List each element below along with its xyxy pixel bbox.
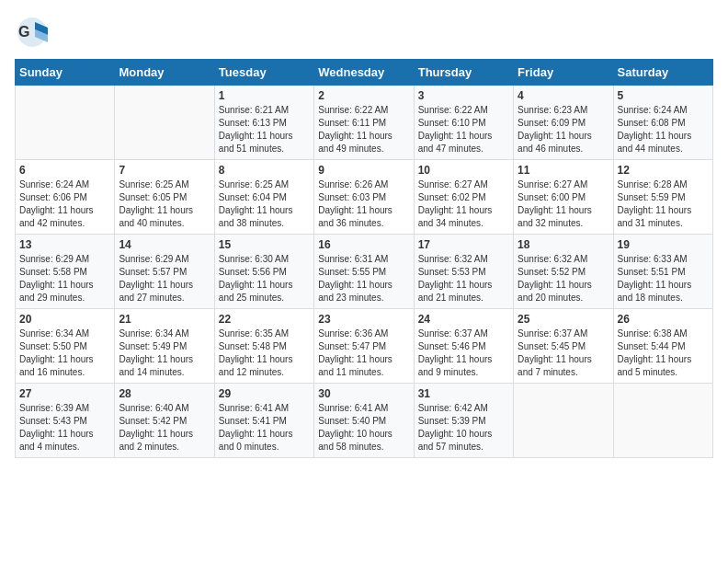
day-number: 1 xyxy=(219,89,310,102)
sunrise-label: Sunrise: 6:39 AM xyxy=(19,403,89,413)
sunrise-label: Sunrise: 6:29 AM xyxy=(119,254,188,264)
sunrise-label: Sunrise: 6:26 AM xyxy=(318,179,388,190)
calendar-cell: 11 Sunrise: 6:27 AM Sunset: 6:00 PM Dayl… xyxy=(514,160,613,235)
day-number: 26 xyxy=(618,313,709,326)
sunrise-label: Sunrise: 6:32 AM xyxy=(418,254,488,264)
calendar-cell: 3 Sunrise: 6:22 AM Sunset: 6:10 PM Dayli… xyxy=(414,86,513,160)
weekday-header-friday: Friday xyxy=(514,60,613,86)
day-number: 12 xyxy=(618,164,709,177)
day-info: Sunrise: 6:26 AM Sunset: 6:03 PM Dayligh… xyxy=(318,178,409,230)
daylight-label: Daylight: 11 hours and 42 minutes. xyxy=(19,205,94,228)
day-number: 22 xyxy=(219,313,310,326)
calendar-cell: 2 Sunrise: 6:22 AM Sunset: 6:11 PM Dayli… xyxy=(314,86,414,160)
day-info: Sunrise: 6:29 AM Sunset: 5:58 PM Dayligh… xyxy=(19,253,110,304)
calendar-cell: 20 Sunrise: 6:34 AM Sunset: 5:50 PM Dayl… xyxy=(16,309,115,384)
day-number: 18 xyxy=(518,238,609,251)
day-info: Sunrise: 6:31 AM Sunset: 5:55 PM Dayligh… xyxy=(318,253,409,304)
calendar-cell xyxy=(514,384,613,458)
day-info: Sunrise: 6:21 AM Sunset: 6:13 PM Dayligh… xyxy=(219,104,310,155)
daylight-label: Daylight: 11 hours and 11 minutes. xyxy=(318,354,392,377)
sunset-label: Sunset: 5:55 PM xyxy=(318,267,386,277)
daylight-label: Daylight: 11 hours and 0 minutes. xyxy=(219,429,293,452)
day-info: Sunrise: 6:41 AM Sunset: 5:40 PM Dayligh… xyxy=(318,402,409,454)
weekday-header-thursday: Thursday xyxy=(414,60,513,86)
day-info: Sunrise: 6:42 AM Sunset: 5:39 PM Dayligh… xyxy=(418,402,509,454)
calendar-cell: 5 Sunrise: 6:24 AM Sunset: 6:08 PM Dayli… xyxy=(613,86,712,160)
sunset-label: Sunset: 5:41 PM xyxy=(219,416,287,426)
sunset-label: Sunset: 5:39 PM xyxy=(418,416,486,426)
daylight-label: Daylight: 11 hours and 34 minutes. xyxy=(418,205,493,228)
day-info: Sunrise: 6:22 AM Sunset: 6:10 PM Dayligh… xyxy=(418,104,509,155)
sunrise-label: Sunrise: 6:33 AM xyxy=(618,254,688,264)
day-number: 19 xyxy=(618,238,709,251)
calendar-cell: 19 Sunrise: 6:33 AM Sunset: 5:51 PM Dayl… xyxy=(613,235,712,309)
day-number: 27 xyxy=(19,387,110,400)
daylight-label: Daylight: 11 hours and 36 minutes. xyxy=(318,205,392,228)
day-info: Sunrise: 6:35 AM Sunset: 5:48 PM Dayligh… xyxy=(219,327,310,379)
day-number: 24 xyxy=(418,313,509,326)
calendar-cell: 13 Sunrise: 6:29 AM Sunset: 5:58 PM Dayl… xyxy=(16,235,115,309)
calendar-cell: 24 Sunrise: 6:37 AM Sunset: 5:46 PM Dayl… xyxy=(414,309,513,384)
day-info: Sunrise: 6:24 AM Sunset: 6:06 PM Dayligh… xyxy=(19,178,110,230)
calendar-cell: 1 Sunrise: 6:21 AM Sunset: 6:13 PM Dayli… xyxy=(214,86,313,160)
day-number: 14 xyxy=(119,238,210,251)
page-header: G xyxy=(15,15,713,50)
sunrise-label: Sunrise: 6:41 AM xyxy=(318,403,388,413)
sunrise-label: Sunrise: 6:22 AM xyxy=(318,105,388,115)
sunset-label: Sunset: 6:06 PM xyxy=(19,192,87,202)
daylight-label: Daylight: 11 hours and 47 minutes. xyxy=(418,131,493,154)
sunrise-label: Sunrise: 6:38 AM xyxy=(618,328,688,339)
day-info: Sunrise: 6:23 AM Sunset: 6:09 PM Dayligh… xyxy=(518,104,609,155)
sunrise-label: Sunrise: 6:30 AM xyxy=(219,254,289,264)
sunrise-label: Sunrise: 6:24 AM xyxy=(19,179,89,190)
sunrise-label: Sunrise: 6:34 AM xyxy=(119,328,188,339)
day-info: Sunrise: 6:38 AM Sunset: 5:44 PM Dayligh… xyxy=(618,327,709,379)
sunrise-label: Sunrise: 6:25 AM xyxy=(119,179,188,190)
day-number: 29 xyxy=(219,387,310,400)
logo: G xyxy=(15,15,53,50)
calendar-week-row: 27 Sunrise: 6:39 AM Sunset: 5:43 PM Dayl… xyxy=(16,384,713,458)
calendar-cell: 25 Sunrise: 6:37 AM Sunset: 5:45 PM Dayl… xyxy=(514,309,613,384)
sunset-label: Sunset: 6:02 PM xyxy=(418,192,486,202)
sunrise-label: Sunrise: 6:34 AM xyxy=(19,328,89,339)
day-info: Sunrise: 6:33 AM Sunset: 5:51 PM Dayligh… xyxy=(618,253,709,304)
daylight-label: Daylight: 11 hours and 31 minutes. xyxy=(618,205,692,228)
daylight-label: Daylight: 11 hours and 25 minutes. xyxy=(219,280,293,303)
sunset-label: Sunset: 5:43 PM xyxy=(19,416,87,426)
day-number: 16 xyxy=(318,238,409,251)
calendar-cell: 17 Sunrise: 6:32 AM Sunset: 5:53 PM Dayl… xyxy=(414,235,513,309)
day-info: Sunrise: 6:36 AM Sunset: 5:47 PM Dayligh… xyxy=(318,327,409,379)
daylight-label: Daylight: 11 hours and 14 minutes. xyxy=(119,354,193,377)
day-number: 17 xyxy=(418,238,509,251)
calendar-cell: 23 Sunrise: 6:36 AM Sunset: 5:47 PM Dayl… xyxy=(314,309,414,384)
day-info: Sunrise: 6:30 AM Sunset: 5:56 PM Dayligh… xyxy=(219,253,310,304)
daylight-label: Daylight: 11 hours and 5 minutes. xyxy=(618,354,692,377)
sunset-label: Sunset: 5:47 PM xyxy=(318,341,386,351)
day-info: Sunrise: 6:41 AM Sunset: 5:41 PM Dayligh… xyxy=(219,402,310,454)
calendar-cell: 12 Sunrise: 6:28 AM Sunset: 5:59 PM Dayl… xyxy=(613,160,712,235)
sunset-label: Sunset: 6:09 PM xyxy=(518,118,586,128)
daylight-label: Daylight: 11 hours and 49 minutes. xyxy=(318,131,392,154)
day-number: 11 xyxy=(518,164,609,177)
sunset-label: Sunset: 5:46 PM xyxy=(418,341,486,351)
calendar-cell xyxy=(613,384,712,458)
calendar-cell: 30 Sunrise: 6:41 AM Sunset: 5:40 PM Dayl… xyxy=(314,384,414,458)
daylight-label: Daylight: 11 hours and 44 minutes. xyxy=(618,131,692,154)
day-info: Sunrise: 6:25 AM Sunset: 6:05 PM Dayligh… xyxy=(119,178,210,230)
calendar-cell: 14 Sunrise: 6:29 AM Sunset: 5:57 PM Dayl… xyxy=(115,235,214,309)
day-info: Sunrise: 6:27 AM Sunset: 6:02 PM Dayligh… xyxy=(418,178,509,230)
day-info: Sunrise: 6:24 AM Sunset: 6:08 PM Dayligh… xyxy=(618,104,709,155)
sunrise-label: Sunrise: 6:35 AM xyxy=(219,328,289,339)
calendar-cell: 21 Sunrise: 6:34 AM Sunset: 5:49 PM Dayl… xyxy=(115,309,214,384)
calendar-cell: 10 Sunrise: 6:27 AM Sunset: 6:02 PM Dayl… xyxy=(414,160,513,235)
day-number: 3 xyxy=(418,89,509,102)
sunrise-label: Sunrise: 6:25 AM xyxy=(219,179,289,190)
sunset-label: Sunset: 5:50 PM xyxy=(19,341,87,351)
calendar-cell: 27 Sunrise: 6:39 AM Sunset: 5:43 PM Dayl… xyxy=(16,384,115,458)
day-number: 20 xyxy=(19,313,110,326)
day-number: 30 xyxy=(318,387,409,400)
daylight-label: Daylight: 11 hours and 7 minutes. xyxy=(518,354,592,377)
sunset-label: Sunset: 6:10 PM xyxy=(418,118,486,128)
logo-icon: G xyxy=(15,15,50,50)
sunrise-label: Sunrise: 6:37 AM xyxy=(418,328,488,339)
